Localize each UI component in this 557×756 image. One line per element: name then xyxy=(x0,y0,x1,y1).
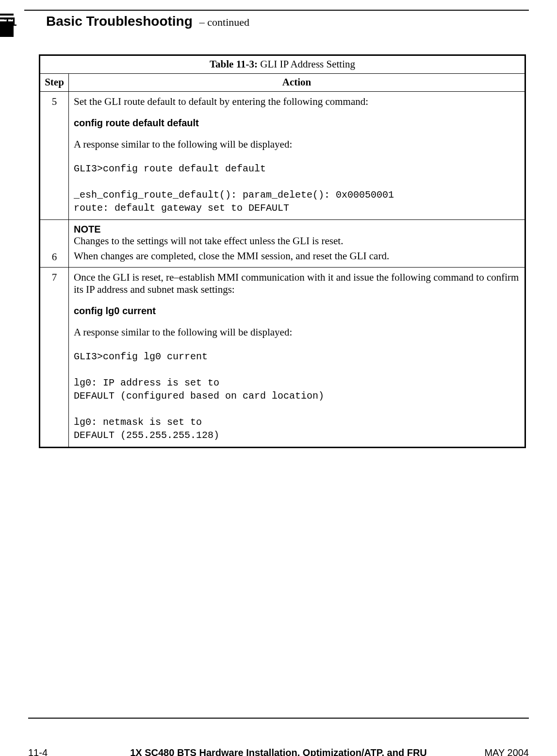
action-text: A response similar to the following will… xyxy=(74,138,520,151)
table-row: 7 Once the GLI is reset, re–establish MM… xyxy=(40,268,525,448)
procedure-table: Table 11-3: GLI IP Address Setting Step … xyxy=(39,54,526,448)
command-text: config lg0 current xyxy=(74,305,520,317)
chapter-number: 11 xyxy=(4,15,17,29)
table-caption-text: GLI IP Address Setting xyxy=(260,58,355,70)
header-title: Basic Troubleshooting xyxy=(46,14,193,29)
action-text: When changes are completed, close the MM… xyxy=(74,250,520,262)
column-header-step: Step xyxy=(40,74,69,92)
action-text: A response similar to the following will… xyxy=(74,326,520,338)
step-number: 6 xyxy=(40,220,69,268)
document-title: 1X SC480 BTS Hardware Installation, Opti… xyxy=(28,747,529,756)
table-caption-label: Table 11-3: xyxy=(210,58,258,70)
table-caption: Table 11-3: GLI IP Address Setting xyxy=(40,55,525,74)
action-text: Set the GLI route default to default by … xyxy=(74,96,520,108)
header-rule xyxy=(24,10,529,11)
step-action: NOTE Changes to the settings will not ta… xyxy=(69,220,525,268)
table-row: 5 Set the GLI route default to default b… xyxy=(40,92,525,220)
page-header: Basic Troubleshooting – continued xyxy=(46,14,529,29)
terminal-output: GLI3>config route default default _esh_c… xyxy=(74,162,520,215)
command-text: config route default default xyxy=(74,118,520,129)
document-date: MAY 2004 xyxy=(484,747,529,756)
page: 11 Basic Troubleshooting – continued Tab… xyxy=(0,0,557,756)
step-action: Once the GLI is reset, re–establish MMI … xyxy=(69,268,525,448)
note-label: NOTE xyxy=(74,224,520,235)
footer-rule xyxy=(28,718,529,719)
procedure-table-wrap: Table 11-3: GLI IP Address Setting Step … xyxy=(39,54,526,448)
action-text: Once the GLI is reset, re–establish MMI … xyxy=(74,271,520,296)
terminal-output: GLI3>config lg0 current lg0: IP address … xyxy=(74,350,520,442)
note-text: Changes to the settings will not take ef… xyxy=(74,235,520,247)
step-number: 5 xyxy=(40,92,69,220)
table-row: 6 NOTE Changes to the settings will not … xyxy=(40,220,525,268)
header-continued: – continued xyxy=(199,16,249,28)
step-number: 7 xyxy=(40,268,69,448)
column-header-action: Action xyxy=(69,74,525,92)
step-action: Set the GLI route default to default by … xyxy=(69,92,525,220)
